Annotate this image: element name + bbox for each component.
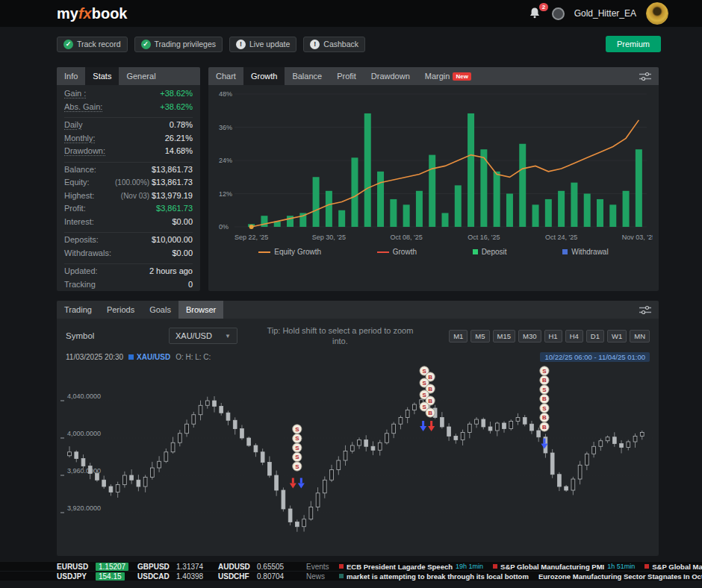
timeframe-w1[interactable]: W1 — [607, 330, 627, 343]
timeframe-m1[interactable]: M1 — [449, 330, 468, 343]
quote-value-text: 154.15 — [96, 572, 125, 581]
svg-text:B: B — [542, 377, 547, 384]
browser-tab-label: Trading — [64, 305, 92, 314]
quote-symbol[interactable]: USDCAD — [137, 572, 176, 581]
growth-tab-profit[interactable]: Profit — [329, 67, 364, 85]
browser-tab-goals[interactable]: Goals — [142, 301, 178, 319]
svg-text:B: B — [542, 414, 547, 421]
premium-button[interactable]: Premium — [606, 36, 661, 52]
stat-row-updated-: Updated:2 hours ago — [64, 266, 193, 280]
badge-label: Live update — [249, 40, 290, 49]
legend-marker-icon — [258, 251, 270, 253]
stats-tab-stats[interactable]: Stats — [85, 67, 119, 85]
account-avatar[interactable] — [646, 2, 668, 25]
stat-row-highest-: Highest:(Nov 03) $13,979.19 — [64, 191, 193, 204]
stats-tab-general[interactable]: General — [119, 67, 163, 85]
zoom-tip-text: Tip: Hold shift to select a period to zo… — [258, 325, 421, 347]
stat-label: Profit: — [64, 204, 86, 213]
stat-row-monthly-: Monthly:26.21% — [64, 134, 193, 147]
stat-row-interest-: Interest:$0.00 — [64, 217, 193, 231]
stats-tab-label: Info — [64, 72, 78, 81]
badge-live-update[interactable]: !Live update — [229, 37, 296, 52]
item-text: market is attempting to break through it… — [347, 572, 529, 581]
check-icon: ✓ — [63, 40, 73, 49]
divider — [64, 232, 193, 233]
candlestick-chart[interactable]: 4,040.00004,000.00003,960.00003,920.0000… — [60, 365, 655, 542]
account-name[interactable]: Gold_Hitter_EA — [574, 8, 636, 19]
browser-tab-periods[interactable]: Periods — [99, 301, 142, 319]
browser-tab-label: Browser — [186, 305, 216, 314]
item-marker-icon — [339, 564, 344, 569]
exclamation-icon: ! — [310, 40, 320, 49]
myfxbook-logo[interactable]: myfxbook — [57, 5, 127, 22]
growth-tab-growth[interactable]: Growth — [243, 67, 285, 85]
notifications-button[interactable]: 2 — [529, 7, 542, 20]
growth-tab-drawdown[interactable]: Drawdown — [364, 67, 417, 85]
legend-marker-icon — [473, 249, 478, 254]
timeframe-m15[interactable]: M15 — [493, 330, 515, 343]
svg-text:B: B — [428, 397, 432, 404]
symbol-select[interactable]: XAU/USD ▼ — [169, 328, 237, 344]
stats-tab-info[interactable]: Info — [57, 67, 85, 85]
growth-tab-chart[interactable]: Chart — [208, 67, 243, 85]
quote-symbol[interactable]: GBPUSD — [137, 563, 176, 571]
new-badge: New — [453, 72, 470, 81]
timeframe-d1[interactable]: D1 — [586, 330, 604, 343]
timeframe-h1[interactable]: H1 — [544, 330, 562, 343]
growth-chart[interactable]: 0%12%24%36%48%Sep 22, '25Sep 30, '25Oct … — [215, 88, 653, 246]
browser-tab-trading[interactable]: Trading — [57, 301, 99, 319]
news-item[interactable]: market is attempting to break through it… — [339, 572, 529, 581]
growth-tab-label: Growth — [251, 72, 277, 81]
timeframe-m5[interactable]: M5 — [470, 330, 489, 343]
symbol-field: Symbol XAU/USD ▼ — [66, 328, 245, 344]
visible-range-label: 10/22/25 06:00 - 11/04/25 01:00 — [540, 352, 650, 362]
symbol-row: Symbol XAU/USD ▼ Tip: Hold shift to sele… — [57, 319, 659, 351]
quote-symbol[interactable]: EURUSD — [57, 563, 96, 571]
badge-bar: ✓Track record✓Trading privileges!Live up… — [0, 27, 702, 61]
stat-row-abs-gain-: Abs. Gain:+38.62% — [64, 102, 193, 116]
event-item[interactable]: S&P Global Manufacturing PMI1h 51min — [493, 563, 635, 571]
browser-settings-icon[interactable] — [639, 305, 651, 315]
timeframe-h4[interactable]: H4 — [565, 330, 583, 343]
stat-row-balance-: Balance:$13,861.73 — [64, 165, 193, 178]
badge-track-record[interactable]: ✓Track record — [57, 37, 128, 52]
growth-tab-margin[interactable]: MarginNew — [417, 67, 479, 85]
symbol-select-value: XAU/USD — [176, 331, 212, 340]
event-item[interactable]: S&P Global Manufactur — [644, 563, 702, 571]
stat-value: (100.00%) $13,861.73 — [115, 178, 193, 187]
growth-tab-balance[interactable]: Balance — [285, 67, 329, 85]
timeframe-m30[interactable]: M30 — [518, 330, 541, 343]
stat-row-withdrawals-: Withdrawals:$0.00 — [64, 248, 193, 262]
quote-symbol[interactable]: AUDUSD — [218, 563, 257, 571]
growth-tab-label: Chart — [216, 72, 236, 81]
main-content: InfoStatsGeneral Gain :+38.62%Abs. Gain:… — [0, 61, 702, 291]
stat-row-gain-: Gain :+38.62% — [64, 89, 193, 102]
svg-text:S: S — [295, 454, 299, 460]
quote-value: 1.31374 — [176, 563, 218, 571]
badge-trading-privileges[interactable]: ✓Trading privileges — [134, 37, 223, 52]
stats-tabbar: InfoStatsGeneral — [57, 67, 200, 85]
badge-cashback[interactable]: !Cashback — [303, 37, 365, 52]
stat-label: Monthly: — [64, 134, 96, 143]
growth-tab-label: Profit — [337, 72, 356, 81]
stat-label: Gain : — [64, 89, 86, 98]
svg-text:S: S — [422, 367, 426, 374]
browser-tab-browser[interactable]: Browser — [178, 301, 223, 319]
ticker-row-news: USDJPY154.15USDCAD1.40398USDCHF0.80704Ne… — [0, 571, 702, 581]
growth-chart-panel: ChartGrowthBalanceProfitDrawdownMarginNe… — [208, 67, 659, 291]
event-item[interactable]: ECB President Lagarde Speech19h 1min — [339, 563, 483, 571]
svg-text:Oct 08, '25: Oct 08, '25 — [390, 234, 422, 241]
svg-text:0%: 0% — [219, 223, 229, 231]
coin-icon[interactable] — [552, 7, 565, 20]
stat-row-profit-: Profit:$3,861.73 — [64, 204, 193, 217]
stat-label: Withdrawals: — [64, 248, 111, 257]
timeframe-mn[interactable]: MN — [630, 330, 650, 343]
legend-label: Withdrawal — [571, 248, 608, 256]
check-icon: ✓ — [141, 40, 151, 49]
chart-settings-icon[interactable] — [639, 72, 651, 81]
svg-text:S: S — [422, 391, 426, 398]
quote-symbol[interactable]: USDCHF — [218, 572, 257, 581]
news-item[interactable]: Eurozone Manufacturing Sector Stagnates … — [538, 572, 702, 581]
quote-symbol[interactable]: USDJPY — [57, 572, 96, 581]
stat-label: Equity: — [64, 178, 90, 187]
